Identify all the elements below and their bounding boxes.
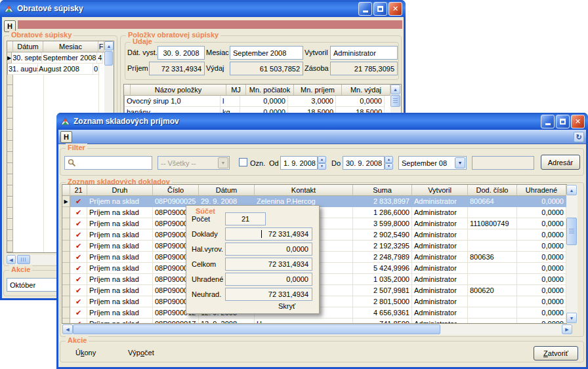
cell-druh: Príjem na sklad bbox=[87, 252, 153, 263]
zatvorit-button[interactable]: Zatvoriť bbox=[534, 346, 578, 360]
skryt-button[interactable]: Skryť bbox=[278, 302, 295, 310]
uhradene-field[interactable]: 0,0000 bbox=[225, 273, 312, 286]
do-date-field[interactable]: 30. 9. 2008 bbox=[343, 156, 385, 170]
supisky-row[interactable]: ▶ 30. september 2008 September 2008 4 bbox=[7, 52, 114, 64]
column-header-count[interactable]: 21 bbox=[70, 185, 87, 196]
fg-client-area: H ↻ Filter -- Všetky -- ▼ Ozn. Od 1. 9. … bbox=[58, 130, 586, 367]
column-header-mj[interactable]: MJ bbox=[226, 85, 246, 96]
cell-dod-cislo bbox=[468, 241, 517, 252]
scroll-up-icon[interactable]: ▲ bbox=[104, 41, 114, 50]
row-indicator-cell bbox=[62, 229, 70, 241]
scrollbar-thumb[interactable] bbox=[104, 51, 113, 66]
close-icon[interactable]: ✕ bbox=[388, 2, 402, 16]
check-cell: ✔ bbox=[70, 241, 87, 252]
combo-value: -- Všetky -- bbox=[161, 159, 196, 167]
scrollbar-thumb[interactable] bbox=[73, 324, 440, 334]
column-header-suma[interactable]: Suma bbox=[353, 185, 412, 196]
do-date-spinner[interactable]: ▲▼ bbox=[385, 156, 393, 170]
vydaj-field[interactable]: 61 503,7852 bbox=[230, 62, 303, 75]
cell-suma: 2 833,8997 bbox=[353, 196, 412, 207]
dat-vyst-field[interactable]: 30. 9. 2008 bbox=[158, 46, 205, 60]
desktop: Obratové súpisky ✕ H Obratové súpisky Dá… bbox=[0, 0, 588, 369]
cell-vytvoril: Administrator bbox=[412, 207, 468, 218]
doklad-row[interactable]: ✔Príjem na sklad08P090001713. 9. 2008H..… bbox=[62, 319, 566, 323]
od-date-field[interactable]: 1. 9. 2008 bbox=[280, 156, 318, 170]
scroll-down-icon[interactable]: ▼ bbox=[566, 313, 577, 323]
scroll-left-icon[interactable]: ◀ bbox=[7, 255, 16, 264]
column-header-prijem[interactable]: Mn. príjem bbox=[294, 85, 342, 96]
vertical-scrollbar[interactable]: ▲ ▼ bbox=[566, 185, 578, 323]
horizontal-scrollbar[interactable]: ◀ ▶ bbox=[62, 324, 572, 335]
cell-druh: Príjem na sklad bbox=[87, 285, 153, 296]
column-header-datum[interactable]: Dátum bbox=[13, 41, 43, 52]
combo-value: September 08 bbox=[402, 159, 447, 167]
supisky-row[interactable]: 31. august 2008 August 2008 0 bbox=[7, 64, 114, 75]
column-header-nazov[interactable]: Názov položky bbox=[131, 85, 226, 96]
scroll-left-icon[interactable]: ◀ bbox=[62, 324, 73, 334]
mesiac-field[interactable]: September 2008 bbox=[230, 46, 303, 60]
maximize-button[interactable] bbox=[373, 2, 387, 16]
pocet-field[interactable]: 21 bbox=[225, 212, 266, 225]
minimize-button[interactable] bbox=[541, 115, 555, 128]
cell-vytvoril: Administrator bbox=[412, 263, 468, 274]
bg-titlebar[interactable]: Obratové súpisky ✕ bbox=[0, 0, 406, 17]
cell-mj: l bbox=[220, 96, 240, 107]
search-input[interactable] bbox=[64, 156, 152, 170]
column-header-cislo[interactable]: Číslo bbox=[153, 185, 199, 196]
maximize-button[interactable] bbox=[556, 115, 570, 128]
refresh-icon[interactable]: ↻ bbox=[574, 132, 584, 142]
scroll-up-icon[interactable]: ▲ bbox=[390, 85, 400, 94]
od-date-spinner[interactable]: ▲▼ bbox=[318, 156, 326, 170]
cell-datum: 31. august 2008 bbox=[8, 64, 38, 75]
ukony-button[interactable]: Úkony bbox=[75, 349, 96, 357]
column-header-kontakt[interactable]: Kontakt bbox=[255, 185, 353, 196]
minimize-button[interactable] bbox=[358, 2, 372, 16]
check-cell: ✔ bbox=[70, 263, 87, 274]
type-combo[interactable]: -- Všetky -- ▼ bbox=[158, 156, 230, 170]
vytvoril-field[interactable]: Administrator bbox=[330, 46, 398, 60]
hal-vyrov-field[interactable]: 0,0000 bbox=[225, 243, 312, 256]
column-header-dod-cislo[interactable]: Dod. číslo bbox=[468, 185, 517, 196]
column-header-vydaj[interactable]: Mn. výdaj bbox=[342, 85, 390, 96]
group-label: Filter bbox=[66, 144, 87, 151]
check-icon: ✔ bbox=[75, 320, 81, 324]
scrollbar-thumb[interactable] bbox=[566, 218, 577, 245]
column-header-pociatok[interactable]: Mn. počiatok bbox=[246, 85, 294, 96]
column-header-druh[interactable]: Druh bbox=[87, 185, 153, 196]
extra-filter-field[interactable] bbox=[472, 156, 534, 170]
scrollbar-thumb[interactable] bbox=[390, 95, 400, 107]
foreground-window: Zoznam skladových príjmov ✕ H ↻ Filter -… bbox=[56, 113, 588, 369]
ozn-checkbox[interactable] bbox=[239, 158, 247, 166]
column-header-mesiac[interactable]: Mesiac bbox=[43, 41, 98, 52]
scrollbar-thumb[interactable] bbox=[17, 255, 30, 264]
cell-druh: Príjem na sklad bbox=[87, 274, 153, 285]
scroll-right-icon[interactable]: ▶ bbox=[562, 324, 572, 334]
close-icon[interactable]: ✕ bbox=[571, 115, 585, 128]
popup-title: Súčet bbox=[196, 207, 215, 215]
scroll-up-icon[interactable]: ▲ bbox=[566, 185, 577, 195]
column-header-datum[interactable]: Dátum bbox=[199, 185, 255, 196]
column-header-f[interactable]: F bbox=[98, 41, 104, 52]
toolbar-strip bbox=[18, 20, 402, 29]
doklady-label: Doklady bbox=[192, 230, 218, 238]
search-icon bbox=[68, 159, 76, 167]
celkom-field[interactable]: 72 331,4934 bbox=[225, 258, 312, 271]
check-icon: ✔ bbox=[75, 243, 81, 250]
fg-titlebar[interactable]: Zoznam skladových príjmov ✕ bbox=[56, 113, 588, 130]
neuhrad-field[interactable]: 72 331,4934 bbox=[225, 288, 312, 301]
column-header-vytvoril[interactable]: Vytvoril bbox=[412, 185, 468, 196]
cell-suma: 2 507,9981 bbox=[353, 285, 412, 296]
prijem-field[interactable]: 72 331,4934 bbox=[149, 62, 205, 75]
vypocet-button[interactable]: Výpočet bbox=[128, 349, 154, 357]
doklady-field[interactable]: 72 331,4934 bbox=[225, 227, 312, 241]
zasoba-field[interactable]: 21 785,3095 bbox=[330, 62, 398, 75]
column-header-uhradene[interactable]: Uhradené bbox=[517, 185, 566, 196]
adresar-button[interactable]: Adresár bbox=[541, 155, 580, 170]
chevron-down-icon[interactable]: ▼ bbox=[455, 157, 465, 168]
h-button[interactable]: H bbox=[60, 131, 72, 143]
cell-suma: 741,8500 bbox=[353, 319, 412, 323]
check-cell: ✔ bbox=[70, 285, 87, 296]
month-combo[interactable]: September 08 ▼ bbox=[398, 156, 467, 170]
item-row[interactable]: Ovocný sirup 1,0 l 0,0000 3,0000 0,0000 bbox=[124, 96, 401, 107]
cell-suma: 1 286,6000 bbox=[353, 207, 412, 218]
